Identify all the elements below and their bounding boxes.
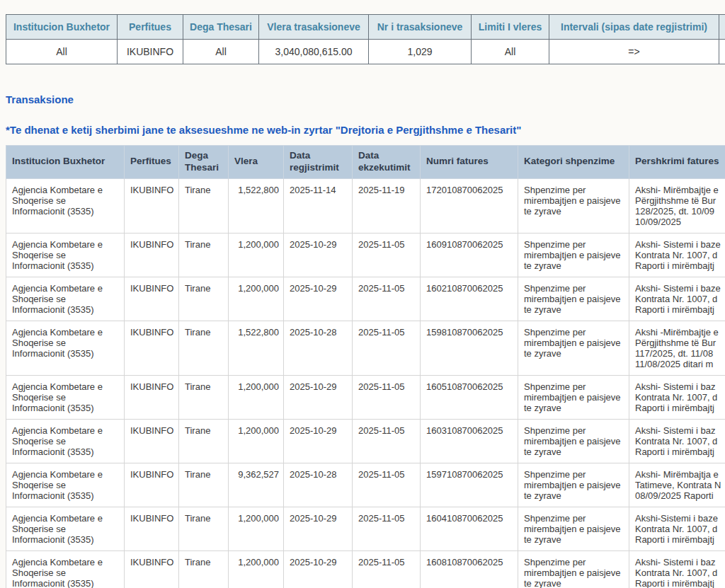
cell-vlera: 1,200,000 — [229, 233, 284, 277]
cell-data-ekzekutimit: 2025-11-05 — [353, 375, 421, 419]
cell-numri-fatures: 172010870062025 — [421, 178, 518, 233]
cell-dega: Tirane — [179, 507, 229, 550]
cell-vlera: 1,200,000 — [229, 419, 284, 463]
cell-pershkrimi: Akshi- Sistemi i baz Kontrata Nr. 1007, … — [629, 550, 725, 588]
cell-perfitues: IKUBINFO — [125, 463, 179, 507]
cell-numri-fatures: 160210870062025 — [421, 277, 518, 321]
cell-data-ekzekutimit: 2025-11-05 — [353, 507, 421, 550]
cell-perfitues: IKUBINFO — [125, 550, 179, 588]
cell-dega: Tirane — [179, 178, 229, 233]
transaction-row: Agjencia Kombetare e Shoqerise se Inform… — [6, 321, 725, 375]
cell-numri-fatures: 160910870062025 — [421, 233, 518, 277]
transactions-header-cell: Vlera — [229, 146, 284, 179]
cell-dega: Tirane — [179, 463, 229, 507]
cell-kategori: Shpenzime per mirembajtjen e paisjeve te… — [518, 233, 629, 277]
transaction-row: Agjencia Kombetare e Shoqerise se Inform… — [6, 277, 725, 321]
cell-institucion: Agjencia Kombetare e Shoqerise se Inform… — [6, 233, 125, 277]
cell-data-regjistrimit: 2025-10-29 — [284, 419, 353, 463]
summary-header-cell: Institucion Buxhetor — [6, 15, 118, 40]
transactions-header-row: Institucion BuxhetorPerfituesDega Thesar… — [6, 146, 725, 179]
cell-data-ekzekutimit: 2025-11-05 — [353, 550, 421, 588]
cell-pershkrimi: Akshi-Sistemi i baze Kontrata Nr. 1007, … — [629, 507, 725, 550]
cell-institucion: Agjencia Kombetare e Shoqerise se Inform… — [6, 277, 125, 321]
cell-numri-fatures: 159710870062025 — [421, 463, 518, 507]
summary-header-cell: Dega Thesari — [183, 15, 259, 40]
cell-perfitues: IKUBINFO — [125, 321, 179, 375]
cell-data-ekzekutimit: 2025-11-05 — [353, 321, 421, 375]
summary-value-cell: 3,040,080,615.00 — [259, 40, 369, 64]
summary-header-row: Institucion BuxhetorPerfituesDega Thesar… — [6, 15, 725, 40]
cell-dega: Tirane — [179, 550, 229, 588]
cell-vlera: 1,200,000 — [229, 375, 284, 419]
cell-data-regjistrimit: 2025-10-29 — [284, 233, 353, 277]
cell-institucion: Agjencia Kombetare e Shoqerise se Inform… — [6, 375, 125, 419]
cell-vlera: 1,200,000 — [229, 277, 284, 321]
cell-vlera: 1,522,800 — [229, 178, 284, 233]
cell-kategori: Shpenzime per mirembajtjen e paisjeve te… — [518, 321, 629, 375]
cell-institucion: Agjencia Kombetare e Shoqerise se Inform… — [6, 507, 125, 550]
cell-data-ekzekutimit: 2025-11-05 — [353, 419, 421, 463]
summary-value-cell-clipped — [719, 40, 725, 64]
cell-dega: Tirane — [179, 419, 229, 463]
summary-value-cell: All — [6, 40, 118, 64]
cell-data-regjistrimit: 2025-10-29 — [284, 375, 353, 419]
cell-data-ekzekutimit: 2025-11-19 — [353, 178, 421, 233]
transactions-header-cell: Dega Thesari — [179, 146, 229, 179]
cell-vlera: 9,362,527 — [229, 463, 284, 507]
transactions-header-cell: Perfitues — [125, 146, 179, 179]
cell-data-regjistrimit: 2025-11-14 — [284, 178, 353, 233]
summary-value-row: AllIKUBINFOAll3,040,080,615.001,029All=> — [6, 40, 725, 64]
transaction-row: Agjencia Kombetare e Shoqerise se Inform… — [6, 507, 725, 550]
cell-institucion: Agjencia Kombetare e Shoqerise se Inform… — [6, 321, 125, 375]
summary-value-cell: All — [183, 40, 259, 64]
cell-perfitues: IKUBINFO — [125, 233, 179, 277]
cell-data-regjistrimit: 2025-10-29 — [284, 550, 353, 588]
cell-kategori: Shpenzime per mirembajtjen e paisjeve te… — [518, 463, 629, 507]
transactions-header-cell: Numri fatures — [421, 146, 518, 179]
cell-kategori: Shpenzime per mirembajtjen e paisjeve te… — [518, 277, 629, 321]
transaction-row: Agjencia Kombetare e Shoqerise se Inform… — [6, 550, 725, 588]
cell-numri-fatures: 160510870062025 — [421, 375, 518, 419]
summary-header-cell: Perfitues — [118, 15, 183, 40]
section-title: Transaksione — [6, 93, 74, 105]
cell-kategori: Shpenzime per mirembajtjen e paisjeve te… — [518, 507, 629, 550]
cell-data-regjistrimit: 2025-10-28 — [284, 321, 353, 375]
summary-header-cell: Limiti I vleres — [472, 15, 549, 40]
cell-numri-fatures: 160310870062025 — [421, 419, 518, 463]
transactions-header-cell: Data regjistrimit — [284, 146, 353, 179]
cell-vlera: 1,200,000 — [229, 550, 284, 588]
cell-pershkrimi: Akshi- Mirëmbajtja e Tatimeve, Kontrata … — [629, 463, 725, 507]
cell-perfitues: IKUBINFO — [125, 178, 179, 233]
cell-kategori: Shpenzime per mirembajtjen e paisjeve te… — [518, 419, 629, 463]
cell-data-regjistrimit: 2025-10-29 — [284, 277, 353, 321]
cell-dega: Tirane — [179, 277, 229, 321]
cell-pershkrimi: Akshi- Mirëmbajtje e Përgjithshme të Bur… — [629, 178, 725, 233]
cell-institucion: Agjencia Kombetare e Shoqerise se Inform… — [6, 463, 125, 507]
cell-institucion: Agjencia Kombetare e Shoqerise se Inform… — [6, 550, 125, 588]
summary-header-cell-clipped — [719, 15, 725, 40]
cell-dega: Tirane — [179, 375, 229, 419]
cell-perfitues: IKUBINFO — [125, 507, 179, 550]
summary-value-cell: IKUBINFO — [118, 40, 183, 64]
section-note: *Te dhenat e ketij sherbimi jane te akse… — [6, 124, 521, 136]
transaction-row: Agjencia Kombetare e Shoqerise se Inform… — [6, 178, 725, 233]
summary-value-cell: => — [549, 40, 719, 64]
cell-numri-fatures: 159810870062025 — [421, 321, 518, 375]
cell-data-ekzekutimit: 2025-11-05 — [353, 463, 421, 507]
cell-data-regjistrimit: 2025-10-29 — [284, 507, 353, 550]
transaction-row: Agjencia Kombetare e Shoqerise se Inform… — [6, 419, 725, 463]
cell-pershkrimi: Akshi- Sistemi i baz Kontrata Nr. 1007, … — [629, 419, 725, 463]
transactions-header-cell: Kategori shpenzime — [518, 146, 629, 179]
transaction-row: Agjencia Kombetare e Shoqerise se Inform… — [6, 375, 725, 419]
cell-kategori: Shpenzime per mirembajtjen e paisjeve te… — [518, 550, 629, 588]
cell-vlera: 1,522,800 — [229, 321, 284, 375]
summary-header-cell: Vlera trasaksioneve — [259, 15, 369, 40]
cell-dega: Tirane — [179, 233, 229, 277]
cell-numri-fatures: 160410870062025 — [421, 507, 518, 550]
cell-dega: Tirane — [179, 321, 229, 375]
cell-pershkrimi: Akshi- Sistemi i baz Kontrata Nr. 1007, … — [629, 375, 725, 419]
cell-pershkrimi: Akshi- Sistemi i baze Kontrata Nr. 1007,… — [629, 233, 725, 277]
cell-data-ekzekutimit: 2025-11-05 — [353, 233, 421, 277]
cell-vlera: 1,200,000 — [229, 507, 284, 550]
cell-perfitues: IKUBINFO — [125, 375, 179, 419]
